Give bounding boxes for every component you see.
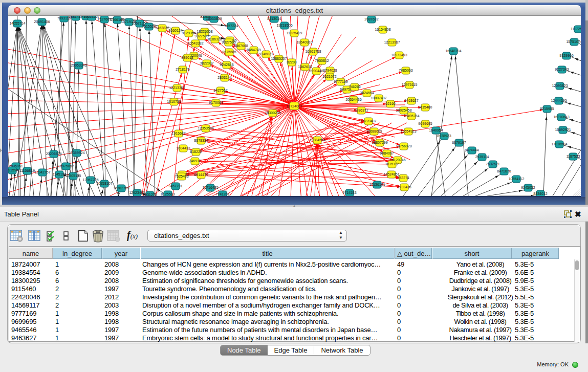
svg-text:746266: 746266	[349, 85, 360, 89]
svg-text:15716485: 15716485	[202, 186, 218, 189]
svg-text:11172524: 11172524	[571, 27, 581, 31]
svg-text:8215955: 8215955	[540, 107, 554, 111]
svg-text:15885207: 15885207	[271, 57, 287, 60]
svg-text:7515526: 7515526	[142, 25, 156, 28]
svg-text:18807299: 18807299	[372, 141, 387, 144]
svg-text:20364436: 20364436	[345, 98, 361, 101]
svg-text:1621072: 1621072	[322, 75, 336, 78]
svg-text:62160: 62160	[385, 102, 396, 105]
svg-text:3822037: 3822037	[200, 61, 213, 65]
svg-text:8125503: 8125503	[161, 192, 175, 196]
svg-text:2867608: 2867608	[234, 44, 248, 48]
svg-text:18724007: 18724007	[286, 104, 302, 108]
svg-text:9329966: 9329966	[559, 54, 573, 57]
svg-text:1916687: 1916687	[171, 132, 185, 135]
svg-text:8938923: 8938923	[437, 134, 451, 138]
svg-text:8427552: 8427552	[213, 89, 227, 92]
svg-text:2087682: 2087682	[364, 17, 378, 21]
svg-text:10654112: 10654112	[509, 177, 525, 181]
svg-text:1010755: 1010755	[167, 100, 181, 103]
svg-text:12342757: 12342757	[34, 170, 50, 174]
svg-text:12093823: 12093823	[552, 84, 568, 87]
svg-text:17016504: 17016504	[551, 142, 567, 146]
svg-text:9146821: 9146821	[259, 52, 273, 56]
svg-text:8471676: 8471676	[497, 169, 511, 173]
svg-text:252274: 252274	[397, 176, 409, 180]
svg-text:7632621: 7632621	[486, 162, 499, 166]
svg-text:1640954: 1640954	[429, 128, 443, 132]
svg-text:12505115: 12505115	[66, 174, 81, 178]
svg-text:8813014: 8813014	[267, 17, 281, 20]
svg-text:8186328: 8186328	[208, 37, 222, 41]
svg-text:9327506: 9327506	[222, 40, 235, 44]
svg-text:16648794: 16648794	[445, 49, 461, 53]
svg-text:9463627: 9463627	[404, 99, 418, 102]
svg-text:16154808: 16154808	[375, 28, 390, 31]
svg-text:9474444: 9474444	[465, 148, 478, 152]
svg-text:9115460: 9115460	[419, 105, 432, 109]
svg-text:10958107: 10958107	[96, 182, 112, 185]
svg-text:9170064: 9170064	[209, 101, 223, 104]
svg-text:1604433: 1604433	[176, 146, 190, 150]
svg-text:9242848: 9242848	[220, 63, 233, 67]
svg-text:20053346: 20053346	[71, 63, 86, 67]
svg-text:2718176: 2718176	[176, 68, 189, 71]
svg-text:12444195: 12444195	[551, 99, 567, 102]
svg-text:82203: 82203	[287, 60, 297, 64]
svg-text:391594: 391594	[8, 168, 18, 172]
svg-text:19218506: 19218506	[276, 24, 292, 27]
svg-text:989013: 989013	[181, 56, 193, 59]
svg-text:9084067: 9084067	[380, 151, 394, 155]
svg-text:8660124: 8660124	[168, 29, 182, 32]
svg-text:11156819: 11156819	[19, 169, 35, 172]
svg-text:10025458: 10025458	[396, 108, 411, 112]
svg-text:14136141: 14136141	[369, 183, 385, 186]
svg-text:17957225: 17957225	[82, 178, 98, 182]
svg-text:7625413: 7625413	[175, 174, 188, 178]
svg-text:10807487: 10807487	[371, 96, 386, 100]
svg-text:14055714: 14055714	[9, 21, 25, 25]
svg-text:6794028: 6794028	[323, 69, 337, 72]
svg-text:1527602: 1527602	[97, 17, 111, 21]
svg-text:18640910: 18640910	[296, 40, 312, 44]
svg-text:1187533: 1187533	[567, 155, 580, 158]
svg-text:1145194: 1145194	[53, 172, 67, 176]
svg-text:19756928: 19756928	[396, 144, 411, 148]
svg-text:12975115: 12975115	[402, 83, 418, 86]
svg-text:7886372: 7886372	[354, 108, 368, 112]
svg-text:19384554: 19384554	[309, 138, 325, 142]
svg-text:3824554: 3824554	[360, 91, 374, 95]
svg-text:15751074: 15751074	[566, 40, 581, 43]
svg-text:2935114: 2935114	[475, 155, 489, 159]
svg-text:12213363: 12213363	[169, 86, 185, 90]
svg-text:10975867: 10975867	[58, 164, 74, 168]
svg-text:12213967: 12213967	[384, 40, 400, 44]
svg-text:9777169: 9777169	[334, 80, 347, 83]
svg-text:7485063: 7485063	[399, 69, 412, 72]
svg-text:8990448: 8990448	[309, 69, 323, 73]
svg-text:20691406: 20691406	[34, 20, 50, 24]
svg-text:12353594: 12353594	[198, 126, 213, 130]
svg-text:14524851: 14524851	[383, 172, 399, 176]
svg-text:18495764: 18495764	[403, 114, 419, 118]
svg-text:7357224: 7357224	[224, 24, 238, 28]
svg-text:8675685: 8675685	[222, 50, 236, 54]
svg-text:10543382: 10543382	[187, 41, 203, 45]
svg-text:16210643: 16210643	[553, 115, 569, 119]
svg-text:9699695: 9699695	[418, 122, 432, 125]
svg-text:818222: 818222	[190, 150, 202, 154]
svg-text:18300295: 18300295	[265, 111, 280, 115]
svg-text:1733426: 1733426	[397, 185, 411, 189]
svg-text:2803144: 2803144	[217, 76, 231, 79]
svg-text:15692921: 15692921	[555, 128, 571, 132]
svg-text:16961758: 16961758	[305, 50, 321, 53]
svg-text:20206576: 20206576	[46, 152, 61, 156]
svg-text:7741201: 7741201	[215, 192, 229, 196]
svg-text:6879197: 6879197	[452, 141, 466, 144]
svg-text:17359924: 17359924	[69, 151, 84, 155]
svg-text:1615112: 1615112	[385, 162, 399, 166]
svg-text:16782759: 16782759	[113, 186, 129, 190]
svg-text:19654923: 19654923	[400, 129, 416, 133]
svg-text:15720407: 15720407	[360, 119, 376, 123]
svg-text:9245052: 9245052	[521, 186, 535, 189]
